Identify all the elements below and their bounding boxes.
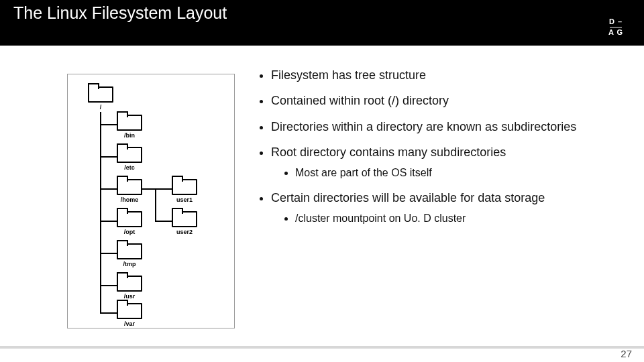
filesystem-tree-diagram: / /bin /etc /home /opt bbox=[67, 74, 235, 328]
folder-icon bbox=[172, 211, 197, 227]
folder-label-root: / bbox=[100, 104, 102, 111]
folder-icon bbox=[172, 179, 197, 195]
tree-branch bbox=[155, 221, 172, 222]
bullet-item: Filesystem has tree structure bbox=[271, 67, 604, 83]
folder-icon bbox=[117, 303, 142, 319]
folder-icon bbox=[117, 243, 142, 259]
text-pane: Filesystem has tree structure Contained … bbox=[228, 64, 644, 335]
bullet-item: Directories within a directory are known… bbox=[271, 119, 604, 135]
folder-icon bbox=[117, 147, 142, 163]
logo-divider bbox=[610, 27, 622, 27]
title-bar: The Linux Filesystem Layout D – A G bbox=[0, 0, 644, 46]
bullet-item: Root directory contains many subdirector… bbox=[271, 144, 604, 180]
bullet-list: Filesystem has tree structure Contained … bbox=[255, 67, 604, 226]
folder-label-var: /var bbox=[124, 320, 135, 327]
footer-bar bbox=[0, 346, 644, 349]
folder-tmp: /tmp bbox=[117, 243, 142, 267]
tree-branch bbox=[100, 124, 117, 125]
folder-label-tmp: /tmp bbox=[123, 261, 136, 267]
tree-branch bbox=[100, 221, 117, 222]
logo-top: D – bbox=[609, 17, 623, 25]
bullet-text: Contained within root (/) directory bbox=[271, 94, 449, 107]
folder-label-etc: /etc bbox=[124, 164, 135, 171]
sub-bullet-text: /cluster mountpoint on Uo. D cluster bbox=[295, 213, 466, 224]
tree-branch bbox=[100, 253, 117, 254]
folder-var: /var bbox=[117, 303, 142, 327]
sub-bullet-text: Most are part of the OS itself bbox=[295, 167, 432, 178]
tree-branch bbox=[100, 312, 117, 314]
folder-bin: /bin bbox=[117, 115, 142, 139]
page-number: 27 bbox=[621, 348, 632, 359]
sub-bullet-item: Most are part of the OS itself bbox=[295, 166, 604, 180]
folder-label-usr: /usr bbox=[124, 293, 136, 300]
folder-root: / bbox=[88, 86, 113, 111]
tree-trunk bbox=[100, 112, 101, 313]
folder-label-user1: user1 bbox=[176, 196, 193, 203]
bullet-item: Contained within root (/) directory bbox=[271, 93, 604, 109]
folder-icon bbox=[117, 211, 142, 227]
tree-branch bbox=[100, 156, 117, 158]
folder-etc: /etc bbox=[117, 147, 142, 171]
sub-bullet-list: Most are part of the OS itself bbox=[271, 166, 604, 180]
page-title: The Linux Filesystem Layout bbox=[9, 2, 231, 24]
folder-icon bbox=[117, 276, 142, 292]
sub-bullet-item: /cluster mountpoint on Uo. D cluster bbox=[295, 211, 604, 226]
bullet-item: Certain directories will be available fo… bbox=[271, 190, 604, 226]
folder-opt: /opt bbox=[117, 211, 142, 235]
folder-label-user2: user2 bbox=[176, 229, 193, 235]
bullet-text: Certain directories will be available fo… bbox=[271, 191, 545, 204]
diagram-pane: / /bin /etc /home /opt bbox=[0, 64, 228, 335]
folder-user1: user1 bbox=[172, 179, 197, 203]
folder-icon bbox=[88, 86, 113, 103]
folder-icon bbox=[117, 179, 142, 195]
tree-trunk-home bbox=[155, 188, 156, 222]
folder-user2: user2 bbox=[172, 211, 197, 235]
bullet-text: Filesystem has tree structure bbox=[271, 68, 426, 82]
folder-home: /home bbox=[117, 179, 142, 203]
bullet-text: Directories within a directory are known… bbox=[271, 120, 576, 133]
title-bar-background bbox=[0, 21, 644, 46]
folder-icon bbox=[117, 115, 142, 131]
tree-branch bbox=[155, 188, 172, 190]
sub-bullet-list: /cluster mountpoint on Uo. D cluster bbox=[271, 211, 604, 226]
content-area: / /bin /etc /home /opt bbox=[0, 64, 644, 335]
bullet-text: Root directory contains many subdirector… bbox=[271, 145, 506, 159]
tree-branch bbox=[100, 285, 117, 286]
tree-branch bbox=[142, 188, 155, 190]
folder-label-home: /home bbox=[121, 196, 139, 203]
tree-branch bbox=[100, 188, 117, 190]
folder-label-bin: /bin bbox=[124, 132, 135, 139]
logo-bottom: A G bbox=[608, 28, 623, 36]
folder-usr: /usr bbox=[117, 276, 142, 300]
logo: D – A G bbox=[601, 12, 631, 42]
folder-label-opt: /opt bbox=[124, 229, 136, 235]
